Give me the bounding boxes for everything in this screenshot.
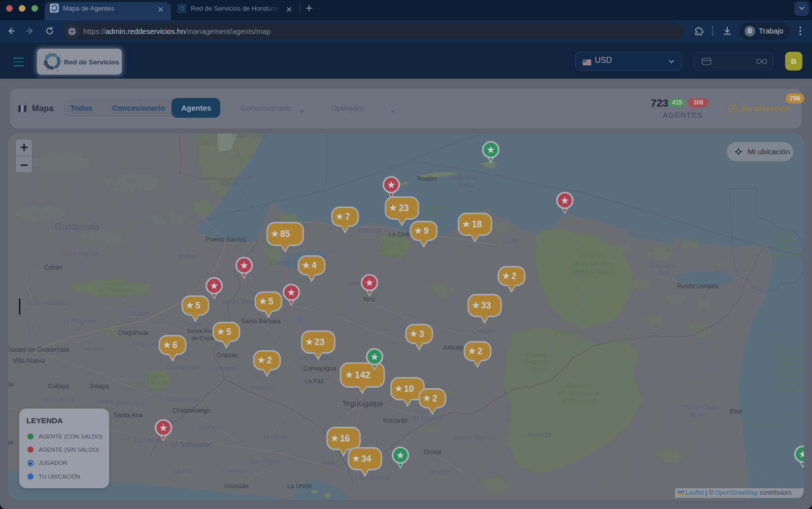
svg-text:Biológica: Biológica <box>777 353 802 360</box>
svg-text:Guatemala: Guatemala <box>55 222 100 232</box>
svg-text:Reserva: Reserva <box>143 373 165 379</box>
svg-text:Marina: Marina <box>781 360 799 367</box>
svg-text:Morazán: Morazán <box>263 433 288 440</box>
svg-text:Cabañas: Cabañas <box>198 424 224 431</box>
svg-text:La Paz: La Paz <box>304 378 323 385</box>
svg-text:Costera: Costera <box>779 380 800 387</box>
svg-text:Toledo: Toledo <box>219 179 240 187</box>
svg-text:La Ceiba: La Ceiba <box>389 231 413 238</box>
svg-text:La Paz: La Paz <box>174 467 194 474</box>
svg-text:Intibucá: Intibucá <box>250 384 273 391</box>
svg-text:33: 33 <box>481 300 491 311</box>
svg-text:Madriz: Madriz <box>430 469 450 476</box>
svg-text:Nacional: Nacional <box>525 358 548 364</box>
svg-text:Inmediata: Inmediata <box>776 386 803 393</box>
svg-text:de Río Plátano: de Río Plátano <box>571 268 615 276</box>
svg-text:Usulután: Usulután <box>222 467 247 474</box>
svg-text:85: 85 <box>280 229 290 239</box>
svg-text:Baja Verapaz: Baja Verapaz <box>27 299 69 307</box>
svg-text:Tegucigalpa: Tegucigalpa <box>342 399 383 408</box>
svg-text:Olancho: Olancho <box>472 327 497 335</box>
svg-text:Escuintla: Escuintla <box>8 381 14 388</box>
svg-text:Santa Ana: Santa Ana <box>113 412 143 419</box>
svg-text:Santa Bárbara: Santa Bárbara <box>241 318 281 325</box>
svg-text:23: 23 <box>399 203 409 213</box>
svg-text:Stann Creek: Stann Creek <box>232 133 267 139</box>
svg-text:Cayos Mis: Cayos Mis <box>775 366 804 374</box>
svg-text:Juticalpa: Juticalpa <box>443 344 467 351</box>
svg-text:Cuilapa: Cuilapa <box>48 383 69 390</box>
svg-text:Nacional: Nacional <box>381 246 403 252</box>
svg-text:Ocotepeque: Ocotepeque <box>165 364 200 371</box>
svg-text:El Paraíso: El Paraíso <box>413 415 443 422</box>
svg-text:10: 10 <box>404 384 414 394</box>
svg-text:Rus Rus: Rus Rus <box>609 337 631 344</box>
svg-text:National: National <box>192 133 214 140</box>
svg-text:Usulután: Usulután <box>224 483 248 490</box>
svg-text:23: 23 <box>315 337 325 347</box>
svg-text:2: 2 <box>432 393 437 403</box>
svg-text:Santa Ana: Santa Ana <box>115 400 145 407</box>
svg-text:Tawahka: Tawahka <box>554 323 578 329</box>
svg-text:Jinotega: Jinotega <box>526 431 551 438</box>
svg-text:Norte: Norte <box>690 412 706 419</box>
svg-text:2: 2 <box>512 271 517 281</box>
svg-text:2: 2 <box>267 355 272 365</box>
svg-text:Izabal: Izabal <box>178 252 196 260</box>
svg-text:Villa Nueva: Villa Nueva <box>13 357 45 364</box>
svg-text:Gracias a: Gracias a <box>649 262 676 269</box>
svg-text:Reserva: Reserva <box>567 383 591 390</box>
svg-text:Islas de la: Islas de la <box>450 174 477 181</box>
svg-text:Zacapa: Zacapa <box>126 310 149 317</box>
svg-text:4: 4 <box>312 260 317 270</box>
svg-text:Biológica: Biológica <box>608 331 632 337</box>
svg-text:Cobán: Cobán <box>44 264 63 271</box>
svg-text:5: 5 <box>226 327 231 337</box>
svg-text:16: 16 <box>340 433 350 444</box>
svg-text:Dios: Dios <box>657 269 669 277</box>
svg-text:6: 6 <box>173 340 178 350</box>
svg-text:Marino: Marino <box>776 244 795 251</box>
svg-text:Valle: Valle <box>322 460 335 467</box>
svg-text:de la Biosfera: de la Biosfera <box>573 260 614 268</box>
svg-text:Sonsonate: Sonsonate <box>8 439 14 446</box>
svg-text:Park: Park <box>196 140 209 146</box>
svg-text:las Minas: las Minas <box>104 300 128 306</box>
svg-text:Colón: Colón <box>502 237 519 245</box>
svg-text:El Progreso: El Progreso <box>63 318 96 325</box>
svg-text:de La Biosfera: de La Biosfera <box>135 380 173 386</box>
svg-text:Parque: Parque <box>776 231 796 238</box>
svg-text:34: 34 <box>361 454 371 464</box>
svg-text:7: 7 <box>345 212 350 222</box>
svg-text:Bilwi: Bilwi <box>730 408 742 415</box>
svg-text:de la Biosfera: de la Biosfera <box>98 287 133 293</box>
svg-text:Atlántida: Atlántida <box>356 227 382 234</box>
svg-text:Chiquimula: Chiquimula <box>118 329 148 336</box>
svg-text:Yoro: Yoro <box>349 279 362 287</box>
svg-text:Ocotal: Ocotal <box>424 449 442 456</box>
svg-text:Reserva: Reserva <box>610 325 631 331</box>
svg-text:2: 2 <box>478 346 483 356</box>
svg-text:San Miguel: San Miguel <box>249 458 281 465</box>
svg-text:Lempira: Lempira <box>212 365 235 372</box>
svg-text:Puerto Lempira: Puerto Lempira <box>677 283 719 290</box>
svg-text:Cortés: Cortés <box>269 259 290 267</box>
svg-text:Roatán: Roatán <box>417 175 437 182</box>
svg-text:Monumento: Monumento <box>420 204 451 210</box>
svg-text:Reserva: Reserva <box>581 253 605 260</box>
svg-text:Nueva Segovia: Nueva Segovia <box>453 434 496 441</box>
svg-text:Copán: Copán <box>184 321 203 328</box>
svg-text:Alta Verapaz: Alta Verapaz <box>59 250 98 257</box>
svg-text:El Salvador: El Salvador <box>170 440 212 449</box>
svg-text:Jalapa: Jalapa <box>85 345 104 352</box>
svg-text:Parque: Parque <box>382 239 401 245</box>
svg-text:de la Biosfera: de la Biosfera <box>559 390 598 397</box>
svg-text:Trifinio: Trifinio <box>145 386 162 392</box>
svg-text:9: 9 <box>424 226 429 236</box>
svg-text:Gracias: Gracias <box>217 352 238 359</box>
svg-text:Bahía: Bahía <box>458 182 474 189</box>
svg-text:Yuscarán: Yuscarán <box>382 417 408 424</box>
svg-text:Chalatenango: Chalatenango <box>160 395 200 402</box>
svg-text:3: 3 <box>419 329 424 339</box>
svg-text:Jutiapa: Jutiapa <box>92 397 113 404</box>
